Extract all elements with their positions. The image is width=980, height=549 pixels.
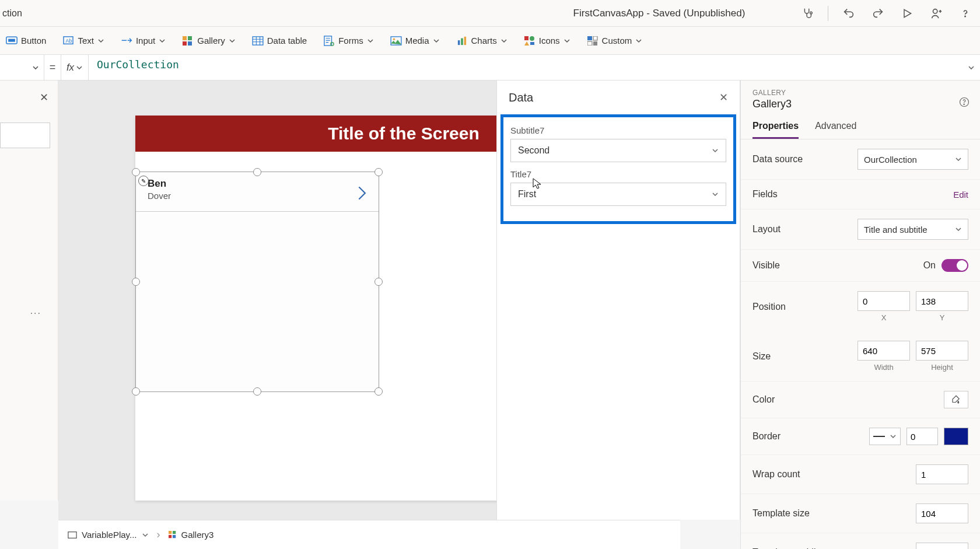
ribbon-label: Text [78,36,94,46]
play-icon[interactable] [898,5,916,22]
help-icon[interactable] [959,97,970,107]
chevron-down-icon [890,433,897,440]
close-icon[interactable]: ✕ [719,91,728,104]
position-y-input[interactable] [916,291,968,311]
gallery-item[interactable]: ✎ Ben Dover [136,172,379,212]
title-field-select[interactable]: First [510,183,726,206]
svg-rect-9 [183,41,187,46]
custom-icon [587,35,598,47]
insert-data-table[interactable]: Data table [251,33,308,49]
size-height-input[interactable] [916,341,968,361]
control-type: GALLERY [752,89,968,97]
help-icon[interactable] [957,5,974,22]
control-name: Gallery3 [752,98,968,110]
resize-handle[interactable] [374,387,383,396]
prop-visible: Visible On [741,250,980,282]
prop-label: Color [752,394,775,405]
chevron-down-icon [433,37,440,44]
insert-text[interactable]: Ab Text [61,33,106,49]
header-actions [799,5,974,22]
toggle-text: On [923,260,936,271]
ribbon-label: Media [405,36,429,46]
svg-point-15 [393,38,395,40]
template-size-input[interactable] [916,503,968,523]
chevron-down-icon [97,37,104,44]
charts-icon [456,35,468,47]
more-icon[interactable]: ··· [30,308,41,319]
resize-handle[interactable] [253,387,261,396]
breadcrumb-label: Gallery3 [181,530,214,540]
screen-title-banner: Title of the Screen [135,116,555,152]
canvas-screen[interactable]: Title of the Screen ✎ Ben Dover [135,116,555,501]
data-source-select[interactable]: OurCollection [858,149,968,170]
data-table-icon [252,35,264,47]
equals-sign: = [44,61,61,74]
select-value: Title and subtitle [864,225,928,235]
edit-template-icon[interactable]: ✎ [138,176,149,186]
prop-position: Position X Y [741,282,980,331]
template-padding-input[interactable] [916,543,968,549]
chevron-down-icon [501,37,508,44]
title-bar: ction FirstCanvasApp - Saved (Unpublishe… [0,0,980,27]
svg-rect-22 [587,36,592,40]
size-width-input[interactable] [858,341,910,361]
redo-icon[interactable] [869,5,887,22]
insert-media[interactable]: Media [389,33,441,49]
undo-icon[interactable] [840,5,858,22]
formula-expand-button[interactable] [963,64,980,71]
health-check-icon[interactable] [799,5,816,22]
breadcrumb-gallery[interactable]: Gallery3 [169,530,214,540]
svg-rect-8 [188,36,192,40]
tab-properties[interactable]: Properties [752,121,799,139]
media-icon [390,35,402,47]
ribbon-label: Button [21,36,46,46]
insert-icons[interactable]: Icons [523,33,572,49]
subtitle-field-select[interactable]: Second [510,139,726,162]
wrap-count-input[interactable] [916,464,968,484]
svg-rect-4 [8,39,15,41]
insert-gallery[interactable]: Gallery [181,33,237,49]
border-style-select[interactable] [869,428,901,445]
ribbon-label: Input [136,36,155,46]
property-selector[interactable] [0,55,44,81]
prop-label: Position [752,302,786,312]
insert-custom[interactable]: Custom [586,33,644,49]
svg-rect-10 [188,41,192,46]
prop-label: Visible [752,260,780,271]
close-icon[interactable]: ✕ [40,91,48,104]
insert-forms[interactable]: Forms [322,33,375,49]
chevron-down-icon [142,531,149,538]
breadcrumb-screen[interactable]: VariablePlay... [68,530,149,540]
layout-select[interactable]: Title and subtitle [858,219,968,240]
color-fill-button[interactable] [944,391,968,408]
fx-button[interactable]: fx [61,55,89,81]
resize-handle[interactable] [132,278,140,286]
chevron-right-icon[interactable] [356,185,367,201]
insert-charts[interactable]: Charts [455,33,509,49]
svg-rect-16 [457,40,460,45]
visible-toggle[interactable]: On [923,259,968,272]
gallery-icon [182,35,194,47]
title-field-block: Title7 First [510,169,726,206]
border-color-swatch[interactable] [944,428,968,445]
svg-rect-7 [183,36,187,40]
gallery-control[interactable]: ✎ Ben Dover [135,172,379,392]
prop-label: Data source [752,154,803,165]
icons-icon [524,35,536,47]
tree-search-input[interactable] [0,123,50,148]
svg-text:Ab: Ab [66,37,72,43]
formula-input[interactable]: OurCollection [89,58,963,77]
chevron-down-icon [367,37,374,44]
screen-icon [68,531,77,539]
insert-button[interactable]: Button [5,33,47,49]
position-x-input[interactable] [858,291,910,311]
tab-advanced[interactable]: Advanced [815,121,856,139]
insert-input[interactable]: Input [120,33,167,49]
border-width-input[interactable] [907,428,938,445]
fields-edit-link[interactable]: Edit [953,190,968,200]
share-icon[interactable] [928,5,945,22]
resize-handle[interactable] [374,278,383,286]
resize-handle[interactable] [132,387,140,396]
select-value: First [518,189,536,200]
chevron-down-icon [564,37,570,44]
